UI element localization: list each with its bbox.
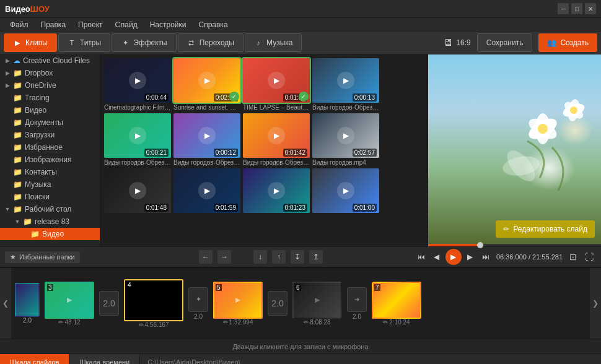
transition-box[interactable]: ➜ bbox=[347, 287, 367, 312]
menu-help[interactable]: Справка bbox=[193, 19, 232, 30]
strip-item-5[interactable]: 5 ▶ ✏ 1:32.994 bbox=[211, 273, 265, 334]
tree-item-cloud[interactable]: ▶ ☁ Creative Cloud Files bbox=[0, 54, 100, 67]
import-button[interactable]: ↧ bbox=[291, 250, 304, 264]
media-thumb[interactable]: ▶ 0:00:12 bbox=[173, 113, 240, 158]
tree-item-favorites[interactable]: 📁 Избранное bbox=[0, 141, 100, 154]
media-thumb[interactable]: ▶ 0:00:13 bbox=[312, 58, 379, 103]
play-button[interactable]: ▶ bbox=[268, 127, 285, 144]
media-thumb[interactable]: ▶ 0:00:21 bbox=[104, 113, 171, 158]
strip-transition[interactable]: ➜ 2.0 bbox=[344, 285, 369, 322]
slide-number: 4 bbox=[126, 282, 133, 288]
tree-item-music[interactable]: 📁 Музыка bbox=[0, 178, 100, 191]
play-button[interactable]: ▶ bbox=[337, 72, 354, 89]
file-browser: ▶ ☁ Creative Cloud Files ▶ 📁 Dropbox ▶ 📁… bbox=[0, 54, 100, 246]
save-button[interactable]: Сохранить bbox=[477, 33, 533, 52]
step-forward-button[interactable]: ▶ bbox=[463, 250, 477, 264]
strip-next-button[interactable]: ❯ bbox=[590, 268, 601, 339]
tree-item-documents[interactable]: 📁 Документы bbox=[0, 116, 100, 129]
tab-titles[interactable]: T Титры bbox=[58, 33, 110, 52]
play-button[interactable]: ▶ bbox=[445, 249, 462, 265]
play-button[interactable]: ▶ bbox=[337, 182, 354, 199]
preview-progress-bar[interactable] bbox=[428, 244, 601, 246]
play-button[interactable]: ▶ bbox=[129, 127, 146, 144]
transition-box[interactable]: ✦ bbox=[188, 287, 208, 312]
favorites-button[interactable]: ★ Избранные папки bbox=[5, 251, 80, 263]
tree-item-downloads[interactable]: 📁 Загрузки bbox=[0, 129, 100, 141]
expand-icon bbox=[4, 131, 11, 139]
menu-file[interactable]: Файл bbox=[5, 19, 33, 30]
strip-transition[interactable]: ✦ 2.0 bbox=[186, 285, 211, 322]
minimize-button[interactable]: ─ bbox=[558, 3, 569, 14]
step-back-button[interactable]: ◀ bbox=[430, 250, 444, 264]
expand-icon bbox=[4, 119, 11, 126]
tab-time-scale[interactable]: Шкала времени bbox=[69, 354, 140, 364]
strip-item[interactable]: 2.0 bbox=[12, 273, 42, 334]
tree-item-dropbox[interactable]: ▶ 📁 Dropbox bbox=[0, 67, 100, 79]
export-button[interactable]: ↥ bbox=[309, 250, 323, 264]
strip-transition[interactable]: 2.0 bbox=[97, 285, 121, 322]
tab-clips[interactable]: ▶ Клипы bbox=[4, 33, 57, 52]
cloud-icon: ☁ bbox=[13, 56, 20, 65]
create-button[interactable]: 👥 Создать bbox=[538, 33, 597, 52]
media-thumb[interactable]: ▶ 0:01:23 bbox=[243, 168, 310, 213]
transition-box[interactable]: 2.0 bbox=[99, 291, 119, 316]
edit-slide-button[interactable]: ✏ Редактировать слайд bbox=[496, 220, 595, 238]
fullscreen-button[interactable]: ⛶ bbox=[582, 250, 596, 264]
strip-item-7[interactable]: 7 ✏ 2:10.24 bbox=[369, 273, 424, 334]
play-button[interactable]: ▶ bbox=[198, 127, 216, 144]
play-button[interactable]: ▶ bbox=[129, 182, 146, 199]
menu-settings[interactable]: Настройки bbox=[145, 19, 191, 30]
progress-fill bbox=[428, 244, 480, 246]
play-button[interactable]: ▶ bbox=[129, 72, 146, 89]
folder-icon: 📁 bbox=[13, 69, 22, 77]
media-thumb[interactable]: ▶ 0:01:59 bbox=[173, 168, 240, 213]
media-thumb[interactable]: ▶ 0:01:35 ✓ bbox=[243, 58, 310, 103]
expand-icon bbox=[4, 168, 11, 176]
tab-transitions[interactable]: ⇄ Переходы bbox=[178, 33, 243, 52]
strip-item-3[interactable]: 3 ▶ ✏ 43.12 bbox=[42, 273, 97, 334]
tree-item-desktop[interactable]: ▼ 📁 Рабочий стол bbox=[0, 203, 100, 215]
media-cell: ▶ 0:01:23 bbox=[243, 168, 310, 213]
play-button[interactable]: ▶ bbox=[198, 72, 216, 89]
tree-item-contacts[interactable]: 📁 Контакты bbox=[0, 166, 100, 178]
tree-item-video-selected[interactable]: 📁 Видео bbox=[0, 228, 100, 240]
play-button[interactable]: ▶ bbox=[198, 182, 216, 199]
tree-item-release83[interactable]: ▼ 📁 release 83 bbox=[0, 215, 100, 228]
tree-item-onedrive[interactable]: ▶ 📁 OneDrive bbox=[0, 79, 100, 92]
strip-transition[interactable]: 2.0 bbox=[265, 285, 290, 322]
tab-slide-scale[interactable]: Шкала слайдов bbox=[0, 354, 69, 364]
transition-box[interactable]: 2.0 bbox=[268, 291, 287, 316]
media-thumb[interactable]: ▶ 0:01:48 bbox=[104, 168, 171, 213]
nav-next-button[interactable]: → bbox=[217, 250, 231, 264]
tree-item-images[interactable]: 📁 Изображения bbox=[0, 154, 100, 166]
strip-item-4-active[interactable]: 4 ✏ 4:56.167 bbox=[121, 273, 186, 334]
play-button[interactable]: ▶ bbox=[337, 127, 354, 144]
media-thumb[interactable]: ▶ 0:00:44 bbox=[104, 58, 171, 103]
menu-project[interactable]: Проект bbox=[73, 19, 108, 30]
duration-label: 0:02:57 bbox=[353, 149, 377, 157]
maximize-button[interactable]: □ bbox=[571, 3, 582, 14]
move-down-button[interactable]: ↓ bbox=[253, 250, 267, 264]
skip-forward-button[interactable]: ⏭ bbox=[479, 250, 493, 264]
media-thumb[interactable]: ▶ 0:01:42 bbox=[243, 113, 310, 158]
tree-item-video[interactable]: 📁 Видео bbox=[0, 104, 100, 116]
nav-prev-button[interactable]: ← bbox=[199, 250, 213, 264]
media-thumb[interactable]: ▶ 0:02:11 ✓ bbox=[173, 58, 240, 103]
media-thumb[interactable]: ▶ 0:02:57 bbox=[312, 113, 379, 158]
menu-slide[interactable]: Слайд bbox=[110, 19, 143, 30]
media-thumb[interactable]: ▶ 0:01:00 bbox=[312, 168, 379, 213]
play-button[interactable]: ▶ bbox=[268, 182, 285, 199]
tree-item-tracing[interactable]: 📁 Tracing bbox=[0, 92, 100, 104]
strip-item-6[interactable]: 6 ▶ ✏ 8:08.28 bbox=[290, 273, 344, 334]
tab-music[interactable]: ♪ Музыка bbox=[245, 33, 302, 52]
progress-handle[interactable] bbox=[477, 242, 483, 248]
skip-back-button[interactable]: ⏮ bbox=[415, 250, 428, 264]
screenshot-button[interactable]: ⊡ bbox=[566, 250, 580, 264]
move-up-button[interactable]: ↑ bbox=[272, 250, 286, 264]
tab-effects[interactable]: ✦ Эффекты bbox=[112, 33, 177, 52]
tree-item-searches[interactable]: 📁 Поиски bbox=[0, 191, 100, 203]
menu-edit[interactable]: Правка bbox=[36, 19, 71, 30]
strip-prev-button[interactable]: ❮ bbox=[0, 268, 11, 339]
close-button[interactable]: ✕ bbox=[585, 3, 596, 14]
play-button[interactable]: ▶ bbox=[268, 72, 285, 89]
